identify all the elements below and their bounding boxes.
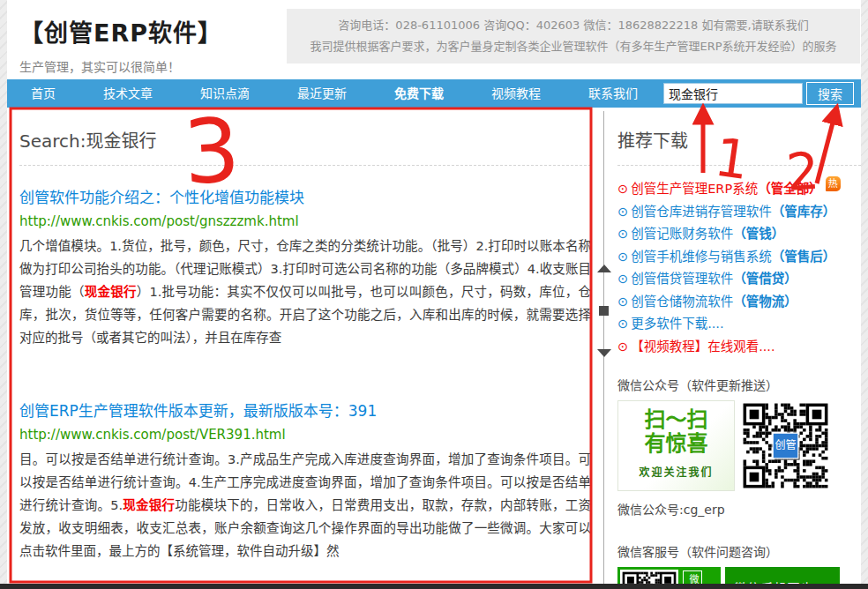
link-label: 创管借贷管理软件 xyxy=(631,272,733,286)
result-title[interactable]: 创管ERP生产管理软件版本更新，最新版版本号：391 xyxy=(19,399,591,421)
wechat-public-qr-code: 创管 xyxy=(740,400,831,491)
link-label: 创管生产管理ERP系统 xyxy=(631,182,758,196)
search-result: 创管ERP生产管理软件版本更新，最新版版本号：391http://www.cnk… xyxy=(19,399,591,563)
link-label: 创管仓库进销存管理软件 xyxy=(631,205,772,219)
sidebar-download-link-8[interactable]: ⊙【视频教程】在线观看.... xyxy=(617,336,861,359)
contact-line-1: 咨询电话：028-61101006 咨询QQ：402603 微信：1862882… xyxy=(287,15,860,36)
bullet-icon: ⊙ xyxy=(617,227,628,241)
sidebar-download-link-5[interactable]: ⊙创管借贷管理软件（管借贷） xyxy=(617,268,861,291)
divider-dashed xyxy=(19,165,591,166)
nav-item-4[interactable]: 最近更新 xyxy=(273,79,370,108)
scan-promo-image: 扫～扫 有惊喜 欢迎关注我们 xyxy=(617,400,735,491)
result-title-text: 创管软件功能介绍之：个性化增值功能模块 xyxy=(19,189,304,206)
bullet-icon: ⊙ xyxy=(617,250,628,264)
footer-bar xyxy=(0,584,868,589)
nav-item-5[interactable]: 免费下载 xyxy=(370,79,468,108)
divider-dashed xyxy=(617,165,861,166)
search-results-panel: Search:现金银行 创管软件功能介绍之：个性化增值功能模块http://ww… xyxy=(7,108,603,589)
wechat-service-caption: 微信客服号（软件问题咨询） xyxy=(617,542,861,560)
sidebar-download-link-1[interactable]: ⊙创管生产管理ERP系统（管全部）热 xyxy=(617,176,861,201)
search-input[interactable] xyxy=(663,83,803,104)
wechat-public-row: 扫～扫 有惊喜 欢迎关注我们 创管 xyxy=(617,400,861,491)
wechat-account-id: 微信公众号:cg_erp xyxy=(617,500,861,518)
contact-line-2: 我司提供根据客户要求，为客户量身定制各类企业管理软件（有多年生产管理ERP系统开… xyxy=(287,36,860,57)
result-title[interactable]: 创管软件功能介绍之：个性化增值功能模块 xyxy=(19,185,591,207)
link-label: 【视频教程】在线观看.... xyxy=(631,339,774,354)
results-list: 创管软件功能介绍之：个性化增值功能模块http://www.cnkis.com/… xyxy=(7,185,603,589)
site-logo[interactable]: 【创管ERP软件】 xyxy=(19,14,222,48)
bullet-icon: ⊙ xyxy=(617,182,628,196)
svg-text:创管: 创管 xyxy=(774,438,796,451)
recommended-downloads-title: 推荐下载 xyxy=(617,127,849,153)
sidebar: 推荐下载 ⊙创管生产管理ERP系统（管全部）热⊙创管仓库进销存管理软件（管库存）… xyxy=(617,108,861,589)
hot-badge-icon: 热 xyxy=(826,176,841,191)
bullet-icon: ⊙ xyxy=(617,205,628,219)
nav-items: 首页技术文章知识点滴最近更新免费下载视频教程联系我们 xyxy=(7,79,662,108)
bullet-icon: ⊙ xyxy=(617,272,628,286)
search-result: 创管软件功能介绍之：个性化增值功能模块http://www.cnkis.com/… xyxy=(19,185,591,349)
scroll-up-arrow-icon[interactable] xyxy=(597,265,611,272)
promo-line-2: 有惊喜 xyxy=(618,432,734,456)
link-label-paren: （管库存） xyxy=(772,205,836,219)
result-url[interactable]: http://www.cnkis.com/post/gnszzzmk.html xyxy=(19,213,591,229)
site-logo-area: 【创管ERP软件】 生产管理，其实可以很简单！ xyxy=(19,14,222,75)
nav-search-area: 搜索 xyxy=(663,82,854,105)
site-tagline: 生产管理，其实可以很简单！ xyxy=(19,57,222,75)
result-description: 几个增值模块。1.货位，批号，颜色，尺寸，仓库之类的分类统计功能。（批号）2.打… xyxy=(19,235,591,349)
contact-info-box: 咨询电话：028-61101006 咨询QQ：402603 微信：1862882… xyxy=(287,9,860,63)
download-links-list: ⊙创管生产管理ERP系统（管全部）热⊙创管仓库进销存管理软件（管库存）⊙创管记账… xyxy=(617,176,861,358)
result-url[interactable]: http://www.cnkis.com/post/VER391.html xyxy=(19,427,591,443)
main-nav: 首页技术文章知识点滴最近更新免费下载视频教程联系我们 搜索 xyxy=(7,79,861,108)
search-results-title: Search:现金银行 xyxy=(19,127,591,153)
nav-item-2[interactable]: 技术文章 xyxy=(79,79,176,108)
result-title-text: 创管ERP生产管理软件版本更新，最新版版本号：391 xyxy=(19,402,377,420)
link-label-paren: （管借贷） xyxy=(733,272,797,286)
result-desc-highlight: 现金银行 xyxy=(85,285,137,299)
sidebar-download-link-7[interactable]: ⊙更多软件下载.... xyxy=(617,313,861,336)
sidebar-download-link-4[interactable]: ⊙创管手机维修与销售系统（管售后） xyxy=(617,246,861,269)
scroll-handle[interactable] xyxy=(599,306,609,316)
result-description: 目。可以按是否结单进行统计查询。3.产成品生产完成入库进度查询界面，增加了查询条… xyxy=(19,448,591,563)
nav-item-1[interactable]: 首页 xyxy=(7,79,79,108)
link-label-paren: （管物流） xyxy=(733,294,797,309)
nav-item-3[interactable]: 知识点滴 xyxy=(176,79,273,108)
result-desc-highlight: 现金银行 xyxy=(123,498,175,512)
link-label: 创管手机维修与销售系统 xyxy=(631,250,772,264)
link-label: 创管仓储物流软件 xyxy=(631,294,733,309)
bullet-icon: ⊙ xyxy=(617,339,628,354)
sidebar-download-link-3[interactable]: ⊙创管记账财务软件（管钱） xyxy=(617,223,861,246)
promo-line-3: 欢迎关注我们 xyxy=(618,464,734,479)
link-label-paren: （管售后） xyxy=(772,250,836,264)
page-container: 【创管ERP软件】 生产管理，其实可以很简单！ 咨询电话：028-6110100… xyxy=(7,0,861,589)
link-label: 更多软件下载.... xyxy=(631,317,723,331)
link-label: 创管记账财务软件 xyxy=(631,227,733,241)
promo-line-1: 扫～扫 xyxy=(618,408,734,432)
link-label-paren: （管钱） xyxy=(733,227,784,241)
sidebar-download-link-6[interactable]: ⊙创管仓储物流软件（管物流） xyxy=(617,291,861,314)
bullet-icon: ⊙ xyxy=(617,317,628,331)
search-button[interactable]: 搜索 xyxy=(806,82,854,105)
bullet-icon: ⊙ xyxy=(617,294,628,309)
scroll-down-arrow-icon[interactable] xyxy=(597,349,611,357)
nav-item-7[interactable]: 联系我们 xyxy=(565,79,662,108)
column-divider-line xyxy=(603,111,604,584)
wechat-public-caption: 微信公众号（软件更新推送） xyxy=(617,376,861,393)
link-label-paren: （管全部） xyxy=(758,182,822,196)
nav-item-6[interactable]: 视频教程 xyxy=(468,79,565,108)
sidebar-download-link-2[interactable]: ⊙创管仓库进销存管理软件（管库存） xyxy=(617,201,861,224)
